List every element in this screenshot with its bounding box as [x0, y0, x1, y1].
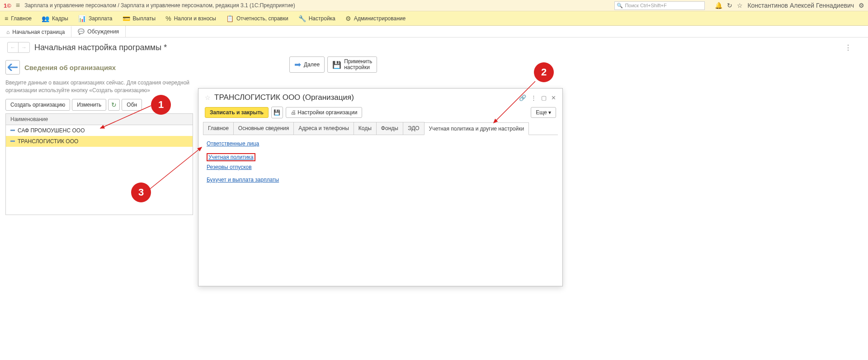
apply-label: Применить настройки [344, 59, 372, 70]
menu-label: Отчетность, справки [236, 15, 288, 22]
subheader: ← → Начальная настройка программы * ⋮ [0, 37, 868, 57]
menu-vyplaty[interactable]: 💳Выплаты [123, 15, 156, 22]
create-org-button[interactable]: Создать организацию [5, 99, 70, 111]
logo-1c: 1© [4, 2, 11, 9]
nav-back[interactable]: ← [8, 42, 19, 52]
link-policy[interactable]: Учетная политика [208, 154, 254, 160]
people-icon: 👥 [42, 15, 49, 22]
next-button[interactable]: ➡ Далее [289, 56, 325, 73]
dialog-body: Ответственные лица Учетная политика Резе… [198, 135, 562, 195]
tab-funds[interactable]: Фонды [376, 122, 403, 135]
top-tabs: ⌂Начальная страница 💬Обсуждения [0, 26, 868, 37]
tab-codes[interactable]: Коды [354, 122, 377, 135]
home-icon: ⌂ [6, 29, 9, 35]
badge-text: 3 [138, 187, 144, 198]
bell-icon[interactable]: 🔔 [715, 2, 722, 9]
menu-admin[interactable]: ⚙Администрирование [345, 15, 406, 22]
tab-basic-info[interactable]: Основные сведения [233, 122, 294, 135]
tab-addresses[interactable]: Адреса и телефоны [293, 122, 354, 135]
menu-label: Выплаты [133, 15, 156, 22]
save-icon: 💾 [274, 109, 280, 116]
window-icon[interactable]: ▢ [541, 94, 547, 101]
org-name: САФ ПРОМОУШЕНС ООО [18, 127, 85, 134]
step-back-button[interactable] [5, 60, 20, 75]
update-button[interactable]: Обн [122, 99, 142, 111]
dialog-title: ТРАНСЛОГИСТИК ООО (Организация) [214, 93, 354, 102]
menu-label: Налоги и взносы [174, 15, 216, 22]
close-icon[interactable]: ✕ [551, 94, 556, 101]
save-icon: 💾 [332, 61, 341, 69]
search-icon: 🔍 [617, 3, 623, 9]
link-accounting[interactable]: Бухучет и выплата зарплаты [207, 177, 279, 183]
history-icon[interactable]: ↻ [727, 2, 732, 9]
chat-icon: 💬 [78, 28, 85, 35]
kebab-icon[interactable]: ⋮ [844, 43, 852, 52]
org-table-header: Наименование [6, 114, 193, 125]
favorite-icon[interactable]: ☆ [205, 94, 211, 101]
kebab-icon[interactable]: ⋮ [531, 94, 537, 101]
wizard-actions: ➡ Далее 💾 Применить настройки [289, 56, 377, 73]
menu-label: Главное [11, 15, 32, 22]
org-row-selected[interactable]: ТРАНСЛОГИСТИК ООО [6, 136, 193, 147]
more-label: Еще [536, 109, 547, 116]
highlight-box: Учетная политика [207, 153, 255, 161]
tab-edo[interactable]: ЭДО [403, 122, 425, 135]
dialog-controls: 🔗 ⋮ ▢ ✕ [519, 94, 556, 101]
current-user[interactable]: Константинов Алексей Геннадиевич [747, 2, 854, 9]
badge-text: 1 [158, 99, 164, 111]
title-bar: 1© ≡ Зарплата и управление персоналом / … [0, 0, 868, 11]
main-menu: ≡Главное 👥Кадры 📊Зарплата 💳Выплаты %Нало… [0, 11, 868, 26]
tab-discussions[interactable]: 💬Обсуждения [71, 26, 126, 37]
star-icon[interactable]: ☆ [737, 2, 743, 9]
org-panel: Сведения об организациях Введите данные … [5, 60, 193, 215]
menu-nalogi[interactable]: %Налоги и взносы [165, 15, 216, 22]
annotation-badge-1: 1 [151, 95, 171, 115]
save-close-button[interactable]: Записать и закрыть [205, 107, 269, 118]
more-button[interactable]: Еще ▾ [531, 107, 556, 118]
search-input[interactable]: 🔍 Поиск Ctrl+Shift+F [614, 1, 705, 10]
save-button[interactable]: 💾 [271, 107, 283, 118]
link-reserves[interactable]: Резервы отпусков [207, 164, 252, 170]
org-settings-button[interactable]: 🖨 Настройки организации [286, 107, 362, 118]
titlebar-actions: 🔔 ↻ ☆ Константинов Алексей Геннадиевич ⚙ [715, 2, 864, 9]
page-title: Начальная настройка программы * [34, 43, 167, 52]
nav-arrows: ← → [7, 42, 30, 53]
org-name: ТРАНСЛОГИСТИК ООО [18, 138, 78, 145]
menu-label: Кадры [52, 15, 68, 22]
tab-main[interactable]: Главное [203, 122, 234, 135]
tab-start-page[interactable]: ⌂Начальная страница [0, 26, 71, 37]
nav-forward[interactable]: → [19, 42, 29, 52]
link-responsible[interactable]: Ответственные лица [207, 140, 259, 147]
org-dialog: ☆ ТРАНСЛОГИСТИК ООО (Организация) 🔗 ⋮ ▢ … [198, 88, 563, 286]
settings-icon[interactable]: ⚙ [859, 2, 864, 9]
percent-icon: % [165, 15, 171, 22]
tab-label: Начальная страница [12, 29, 65, 35]
menu-label: Администрирование [354, 15, 406, 22]
row-bullet-icon [10, 130, 15, 131]
step-header: Сведения об организациях [5, 60, 193, 75]
link-icon[interactable]: 🔗 [519, 94, 526, 101]
edit-org-button[interactable]: Изменить [72, 99, 106, 111]
menu-toggle-icon[interactable]: ≡ [16, 1, 20, 9]
annotation-badge-3: 3 [131, 182, 151, 202]
step-description: Введите данные о ваших организациях сейч… [5, 79, 193, 94]
card-icon: 💳 [123, 15, 130, 22]
clipboard-icon: 📋 [226, 15, 234, 22]
print-icon: 🖨 [291, 109, 296, 116]
tab-policy[interactable]: Учетная политика и другие настройки [424, 122, 529, 135]
menu-reports[interactable]: 📋Отчетность, справки [226, 15, 288, 22]
menu-setup[interactable]: 🔧Настройка [298, 15, 335, 22]
org-settings-label: Настройки организации [297, 109, 357, 116]
dialog-titlebar: ☆ ТРАНСЛОГИСТИК ООО (Организация) 🔗 ⋮ ▢ … [198, 89, 562, 107]
arrow-right-icon: ➡ [294, 60, 301, 70]
menu-label: Настройка [309, 15, 335, 22]
menu-zarplata[interactable]: 📊Зарплата [78, 15, 113, 22]
refresh-button[interactable]: ↻ [108, 99, 120, 111]
menu-kadry[interactable]: 👥Кадры [42, 15, 68, 22]
org-row[interactable]: САФ ПРОМОУШЕНС ООО [6, 125, 193, 136]
arrow-left-icon [8, 64, 18, 71]
list-icon: ≡ [5, 15, 8, 22]
apply-settings-button[interactable]: 💾 Применить настройки [327, 56, 377, 73]
menu-main[interactable]: ≡Главное [5, 15, 32, 22]
annotation-badge-2: 2 [534, 62, 554, 82]
